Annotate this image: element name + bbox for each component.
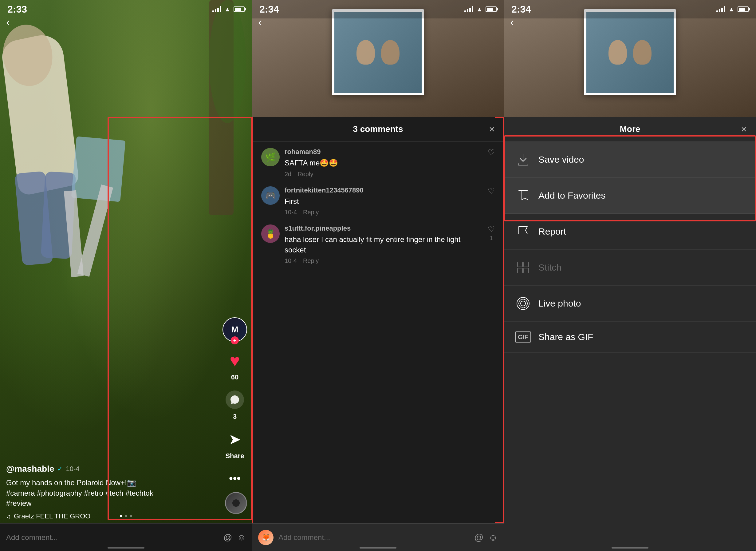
comment-text-3: haha loser I can actually fit my entire … <box>285 234 483 255</box>
comment-reply-3[interactable]: Reply <box>303 257 319 264</box>
comment-time-3: 10-4 <box>285 257 297 264</box>
heart-icon[interactable]: ♥ <box>224 349 246 372</box>
wifi-icon: ▲ <box>224 6 230 13</box>
gif-icon: GIF <box>515 332 531 343</box>
comment-like-3[interactable]: ♡ <box>488 224 495 234</box>
comment-reply-1[interactable]: Reply <box>297 171 313 178</box>
emoji-icon-2[interactable]: ☺ <box>488 532 498 543</box>
status-time: 2:33 <box>7 4 27 15</box>
live-photo-icon <box>515 296 531 312</box>
comment-avatar-2[interactable]: 🎮 <box>261 186 280 205</box>
comment-meta-2: 10-4 Reply <box>285 209 483 216</box>
progress-dot-2 <box>125 515 127 517</box>
add-comment-input-2[interactable]: Add comment... <box>278 533 469 542</box>
wifi-icon-2: ▲ <box>476 6 482 13</box>
progress-dots <box>120 515 132 517</box>
video-preview-3: 2:34 ▲ ‹ <box>504 0 756 117</box>
more-action[interactable]: ••• <box>224 467 246 490</box>
comment-like-1[interactable]: ♡ <box>488 148 495 157</box>
more-menu-list: Save video Add to Favorites Report <box>504 142 756 551</box>
creator-avatar[interactable]: M + <box>222 317 247 342</box>
more-menu-item-live-photo[interactable]: Live photo <box>504 286 756 322</box>
more-menu-item-stitch[interactable]: Stitch <box>504 250 756 286</box>
battery-fill-3 <box>739 8 745 11</box>
video-feed-panel: 2:33 ▲ ‹ M + ♥ 60 <box>0 0 252 551</box>
more-menu-item-save-video[interactable]: Save video <box>504 142 756 178</box>
status-icons-2: ▲ <box>464 6 497 13</box>
music-row[interactable]: ♫ Graetz FEEL THE GROO <box>6 512 221 520</box>
save-video-label: Save video <box>538 154 584 165</box>
back-button-3[interactable]: ‹ <box>510 16 514 29</box>
photo-inner-3 <box>586 12 674 93</box>
live-photo-label: Live photo <box>538 298 581 309</box>
more-menu-item-favorites[interactable]: Add to Favorites <box>504 178 756 214</box>
more-dots-icon[interactable]: ••• <box>224 467 246 490</box>
comment-meta-3: 10-4 Reply <box>285 257 483 264</box>
follow-plus-button[interactable]: + <box>231 337 239 344</box>
comment-icon[interactable] <box>224 389 246 411</box>
svg-point-5 <box>519 299 527 308</box>
home-indicator-2 <box>360 547 396 549</box>
verified-icon: ✓ <box>57 465 63 473</box>
comment-content-2: fortnitekitten1234567890 First 10-4 Repl… <box>285 186 483 216</box>
creator-username[interactable]: @mashable <box>6 464 54 474</box>
comments-list: 🌿 rohaman89 SAFTA me🤩🤩 2d Reply ♡ 🎮 <box>252 142 504 523</box>
more-title: More <box>620 124 640 134</box>
like-action[interactable]: ♥ 60 <box>224 349 246 381</box>
user-avatar-small: 🦊 <box>258 530 274 545</box>
comment-username-2: fortnitekitten1234567890 <box>285 186 483 194</box>
mention-icon-2[interactable]: @ <box>474 532 483 543</box>
post-timestamp: 10-4 <box>66 465 79 473</box>
progress-dot-3 <box>130 515 132 517</box>
comment-content-3: s1uttt.for.pineapples haha loser I can a… <box>285 224 483 264</box>
status-icons-3: ▲ <box>716 6 749 13</box>
svg-rect-2 <box>518 268 522 273</box>
comments-title: 3 comments <box>353 124 403 134</box>
wifi-icon-3: ▲ <box>728 6 734 13</box>
share-label: Share <box>225 452 244 460</box>
more-menu-item-gif[interactable]: GIF Share as GIF <box>504 322 756 353</box>
back-button[interactable]: ‹ <box>6 16 10 29</box>
comment-avatar-3[interactable]: 🍍 <box>261 224 280 243</box>
comment-action[interactable]: 3 <box>224 389 246 421</box>
comment-avatar-1[interactable]: 🌿 <box>261 148 280 166</box>
more-sheet: More × Save video Add to <box>504 117 756 551</box>
signal-bars-3 <box>716 6 725 12</box>
comment-meta-1: 2d Reply <box>285 171 483 178</box>
status-time-3: 2:34 <box>511 4 531 15</box>
close-more-button[interactable]: × <box>741 124 747 135</box>
emoji-icon[interactable]: ☺ <box>237 533 246 542</box>
comment-username-1: rohaman89 <box>285 148 483 156</box>
report-label: Report <box>538 226 566 237</box>
close-comments-button[interactable]: × <box>489 124 495 135</box>
comment-item-2: 🎮 fortnitekitten1234567890 First 10-4 Re… <box>261 186 495 216</box>
share-action[interactable]: ➤ Share <box>224 428 246 460</box>
status-time-2: 2:34 <box>259 4 279 15</box>
status-bar-2: 2:34 ▲ <box>252 0 504 18</box>
comment-text-2: First <box>285 196 483 207</box>
favorites-icon <box>515 187 531 203</box>
home-indicator <box>108 547 144 549</box>
music-info: Graetz FEEL THE GROO <box>14 512 90 520</box>
comment-username-3: s1uttt.for.pineapples <box>285 224 483 232</box>
comment-input-placeholder[interactable]: Add comment... <box>6 533 219 542</box>
share-icon[interactable]: ➤ <box>224 428 246 450</box>
photo-frame-preview <box>332 9 424 95</box>
signal-bars-2 <box>464 6 473 12</box>
back-button-2[interactable]: ‹ <box>258 16 262 29</box>
battery-icon <box>234 6 245 12</box>
comment-item-3: 🍍 s1uttt.for.pineapples haha loser I can… <box>261 224 495 264</box>
stitch-label: Stitch <box>538 262 561 273</box>
music-disc[interactable] <box>225 492 247 514</box>
comment-time-1: 2d <box>285 171 291 178</box>
stitch-icon <box>515 259 531 276</box>
signal-bars-icon <box>212 6 221 12</box>
comment-item-1: 🌿 rohaman89 SAFTA me🤩🤩 2d Reply ♡ <box>261 148 495 178</box>
comment-reply-2[interactable]: Reply <box>303 209 319 216</box>
comment-like-2[interactable]: ♡ <box>488 186 495 196</box>
more-menu-item-report[interactable]: Report <box>504 214 756 250</box>
status-icons: ▲ <box>212 6 245 13</box>
favorites-label: Add to Favorites <box>538 190 605 201</box>
mention-icon[interactable]: @ <box>223 533 232 542</box>
svg-rect-0 <box>518 262 522 267</box>
